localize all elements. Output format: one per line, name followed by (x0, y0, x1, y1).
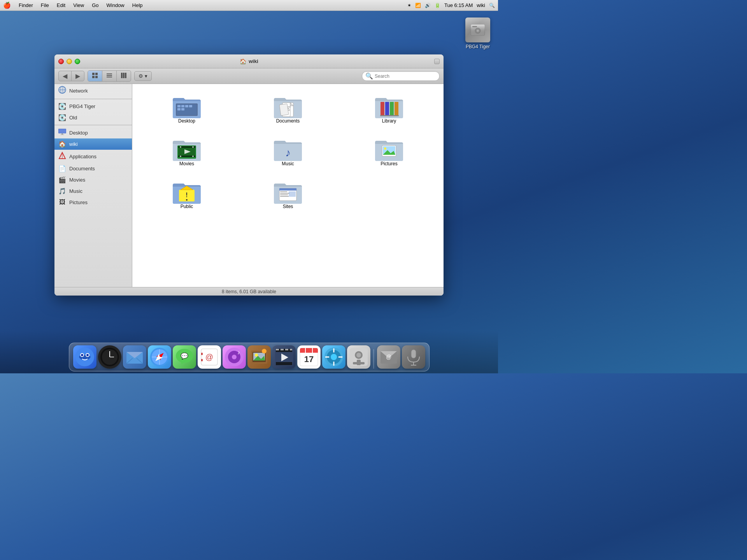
sidebar-item-music[interactable]: 🎵 Music (54, 186, 132, 197)
dock-clock[interactable] (98, 345, 121, 369)
dock-ical[interactable]: 17 (297, 345, 321, 369)
sidebar-item-documents[interactable]: 📄 Documents (54, 163, 132, 174)
sidebar-documents-label: Documents (69, 166, 95, 172)
svg-point-49 (192, 146, 194, 148)
dock-safari[interactable] (148, 345, 171, 369)
view-buttons (88, 70, 131, 82)
dock-mail-right[interactable]: @ (377, 345, 400, 369)
documents-folder-icon (274, 95, 302, 118)
minimize-button[interactable] (67, 59, 72, 64)
dock-itunes[interactable]: ♪ (223, 345, 246, 369)
menu-help[interactable]: Help (129, 2, 146, 9)
content-area: Network 💽 PBG4 Tiger 💽 Old (54, 84, 444, 287)
svg-rect-109 (276, 362, 292, 365)
menu-edit[interactable]: Edit (54, 2, 68, 9)
action-button[interactable]: ⚙ ▾ (134, 71, 152, 81)
svg-text:!: ! (186, 192, 188, 198)
menu-file[interactable]: File (38, 2, 52, 9)
file-item-desktop[interactable]: Desktop (140, 92, 233, 127)
mail-svg (125, 347, 144, 367)
dock-microphone[interactable] (402, 345, 425, 369)
pictures-folder-label: Pictures (381, 161, 397, 166)
traffic-lights (58, 59, 80, 64)
safari-dock-icon (148, 345, 171, 369)
imovie-svg (274, 347, 294, 367)
file-item-movies[interactable]: Movies (140, 135, 233, 170)
clock: Tue 6:15 AM (444, 2, 473, 8)
dock-imovie[interactable] (272, 345, 296, 369)
menu-go[interactable]: Go (89, 2, 102, 9)
icon-view-button[interactable] (88, 71, 102, 81)
old-drive-icon: 💽 (58, 114, 66, 121)
sidebar-item-network[interactable]: Network (54, 84, 132, 97)
ical-dock-icon: 17 (297, 345, 321, 369)
dock-mail[interactable] (123, 345, 146, 369)
sites-folder-icon (274, 180, 302, 204)
library-folder-label: Library (382, 118, 396, 124)
svg-point-61 (186, 199, 188, 201)
search-box[interactable]: 🔍 (362, 71, 440, 81)
finder-window: 🏠 wiki ◀ ▶ (54, 54, 444, 296)
menubar-right: ✶ 📶 🔊 🔋 Tue 6:15 AM wiki 🔍 (407, 2, 495, 8)
file-item-music[interactable]: ♪ Music (241, 135, 335, 170)
sidebar-divider-2 (54, 125, 132, 125)
close-button[interactable] (58, 59, 64, 64)
status-text: 8 items, 6.01 GB available (222, 289, 276, 294)
back-button[interactable]: ◀ (59, 71, 72, 81)
svg-rect-28 (181, 105, 184, 107)
sidebar-item-pictures[interactable]: 🖼 Pictures (54, 197, 132, 208)
file-item-documents[interactable]: Documents (241, 92, 335, 127)
svg-rect-117 (300, 351, 318, 353)
svg-rect-43 (380, 115, 399, 116)
desktop-drive-icon[interactable]: PBG4 Tiger (465, 18, 490, 49)
svg-marker-90 (181, 361, 185, 364)
spotlight-icon[interactable]: 🔍 (489, 3, 495, 8)
file-item-pictures[interactable]: Pictures (342, 135, 436, 170)
sidebar-wiki-label: wiki (69, 141, 78, 147)
username: wiki (477, 2, 485, 8)
dock-addressbook[interactable]: @ (198, 345, 221, 369)
dock-iphoto[interactable] (247, 345, 271, 369)
sidebar-item-wiki[interactable]: 🏠 wiki (54, 138, 132, 150)
file-item-public[interactable]: ! Public (140, 177, 233, 212)
svg-rect-10 (107, 75, 112, 76)
svg-rect-136 (411, 350, 416, 358)
collapse-button[interactable] (434, 59, 440, 64)
sidebar-item-pbg4tiger[interactable]: 💽 PBG4 Tiger (54, 101, 132, 112)
finder-dock-icon (73, 345, 96, 369)
sidebar-item-applications[interactable]: Applications (54, 150, 132, 163)
library-folder-icon (375, 95, 403, 118)
sidebar-music-label: Music (69, 188, 82, 194)
svg-point-99 (232, 355, 237, 359)
systemprefs-dock-icon (347, 345, 370, 369)
sidebar-item-old[interactable]: 💽 Old (54, 112, 132, 123)
search-input[interactable] (375, 74, 436, 79)
microphone-svg (404, 347, 423, 367)
dock-techtool[interactable] (322, 345, 345, 369)
forward-button[interactable]: ▶ (72, 71, 84, 81)
sidebar-item-desktop[interactable]: Desktop (54, 127, 132, 138)
maximize-button[interactable] (75, 59, 80, 64)
svg-rect-38 (279, 104, 289, 116)
iphoto-dock-icon (247, 345, 271, 369)
column-view-button[interactable] (117, 71, 131, 81)
documents-sidebar-icon: 📄 (58, 165, 66, 172)
sidebar-item-movies[interactable]: 🎬 Movies (54, 174, 132, 186)
dock-finder[interactable] (73, 345, 96, 369)
file-item-sites[interactable]: Sites (241, 177, 335, 212)
dock-ichat[interactable]: 💬 (173, 345, 196, 369)
icon-view-svg (92, 72, 98, 79)
svg-point-56 (384, 147, 386, 150)
file-item-library[interactable]: Library (342, 92, 436, 127)
menu-finder[interactable]: Finder (16, 2, 36, 9)
dock-systemprefs[interactable] (347, 345, 370, 369)
menu-view[interactable]: View (70, 2, 87, 9)
wiki-home-icon: 🏠 (58, 140, 66, 148)
mail-dock-icon (123, 345, 146, 369)
apple-menu[interactable]: 🍎 (3, 2, 11, 9)
svg-rect-110 (276, 349, 279, 350)
menu-window[interactable]: Window (103, 2, 128, 9)
list-view-button[interactable] (102, 71, 117, 81)
svg-rect-39 (381, 102, 384, 116)
mail-right-dock-icon: @ (377, 345, 400, 369)
